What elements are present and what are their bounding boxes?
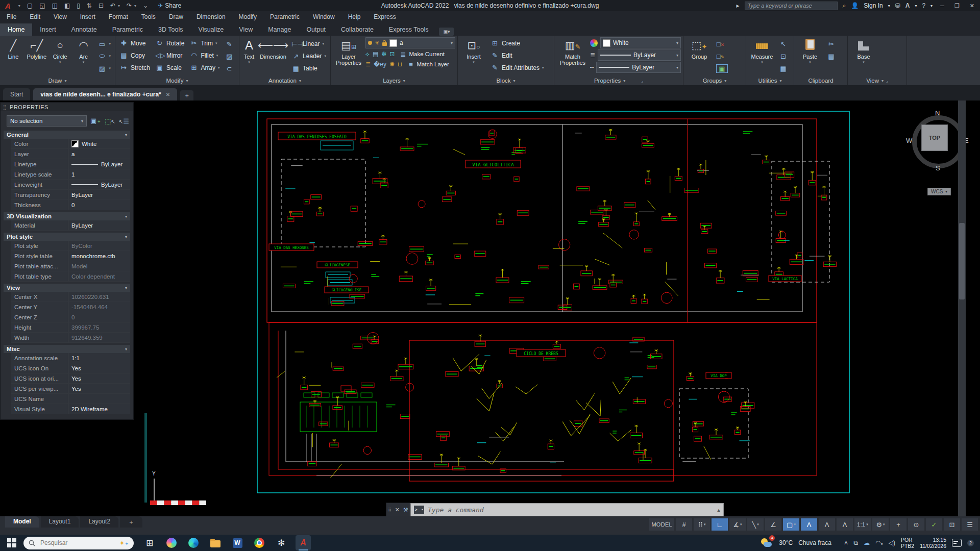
property-row[interactable]: UCS icon OnYes bbox=[11, 363, 130, 373]
menu-format[interactable]: Format bbox=[102, 12, 135, 22]
property-row[interactable]: Plot table attac...Model bbox=[11, 261, 130, 271]
command-close-icon[interactable]: ✕ bbox=[395, 507, 400, 513]
command-prompt-icon[interactable]: >_▾ bbox=[414, 506, 424, 514]
menu-express[interactable]: Express bbox=[367, 12, 402, 22]
property-row[interactable]: MaterialByLayer bbox=[11, 220, 130, 231]
logo-dropdown-icon[interactable]: ▾ bbox=[13, 4, 20, 8]
clean-screen-icon[interactable]: ⊡ bbox=[944, 518, 960, 531]
draw-panel-label[interactable]: Draw▾ bbox=[0, 76, 115, 85]
undo-icon[interactable]: ↶ bbox=[110, 2, 115, 9]
linear-dimension-button[interactable]: ⊢⊣Linear▾ bbox=[289, 38, 328, 49]
toggle-pickadd-icon[interactable]: ▣＋ bbox=[90, 117, 101, 125]
onedrive-icon[interactable]: ☁ bbox=[864, 539, 870, 546]
collapse-icon[interactable]: ▾ bbox=[125, 347, 127, 352]
scrollbar-thumb[interactable] bbox=[959, 223, 965, 299]
ribbon-tab-express-tools[interactable]: Express Tools bbox=[381, 23, 436, 36]
property-value[interactable]: ByColor bbox=[68, 243, 130, 249]
customize-qat-icon[interactable]: ⌄ bbox=[143, 2, 148, 9]
hidden-icons-chevron[interactable]: ˄ bbox=[844, 539, 848, 547]
utilities-panel-label[interactable]: Utilities▾ bbox=[746, 76, 794, 85]
new-layout-button[interactable]: ＋ bbox=[120, 516, 142, 528]
object-snap-icon[interactable]: ▢▾ bbox=[783, 518, 799, 531]
menu-dimension[interactable]: Dimension bbox=[190, 12, 232, 22]
menu-edit[interactable]: Edit bbox=[23, 12, 47, 22]
layer-freeze-icon[interactable]: ▤ bbox=[373, 51, 378, 58]
property-value[interactable]: Model bbox=[68, 263, 130, 269]
property-row[interactable]: LineweightByLayer bbox=[11, 180, 130, 190]
signin-dropdown-icon[interactable]: ▾ bbox=[888, 4, 890, 8]
ellipse-tool-icon[interactable]: ⬭▾ bbox=[96, 51, 113, 62]
ribbon-tab-annotate[interactable]: Annotate bbox=[64, 23, 105, 36]
menu-window[interactable]: Window bbox=[306, 12, 341, 22]
task-view-icon[interactable]: ⊞ bbox=[142, 535, 157, 550]
edit-attributes-button[interactable]: ✎Edit Attributes▾ bbox=[488, 62, 546, 73]
section-header[interactable]: Misc▾ bbox=[4, 345, 130, 353]
language-indicator[interactable]: PORPTB2 bbox=[901, 537, 914, 549]
property-row[interactable]: Visual Style2D Wireframe bbox=[11, 404, 130, 414]
fillet-button[interactable]: ◠Fillet▾ bbox=[187, 49, 222, 61]
command-history-icon[interactable]: ▲ bbox=[717, 507, 720, 513]
layer-unlock-icon[interactable]: ⊔ bbox=[398, 61, 402, 68]
compass-west[interactable]: W bbox=[906, 137, 912, 144]
menu-insert[interactable]: Insert bbox=[74, 12, 102, 22]
arc-button[interactable]: ◠Arc▾ bbox=[72, 37, 95, 76]
quick-calculator-icon[interactable]: ▦ bbox=[777, 63, 790, 74]
property-row[interactable]: Center Z0 bbox=[11, 312, 130, 322]
menu-modify[interactable]: Modify bbox=[232, 12, 263, 22]
property-row[interactable]: UCS icon at ori...Yes bbox=[11, 373, 130, 384]
drawing-canvas[interactable]: Y✕VIA DAS PENTOSES-FOSFATOVIA GLICOLITIC… bbox=[0, 101, 980, 516]
notification-center-icon[interactable] bbox=[952, 539, 962, 547]
select-all-icon[interactable]: ⊡ bbox=[777, 51, 790, 62]
ribbon-tab-overflow-icon[interactable]: ▣▾ bbox=[439, 28, 454, 36]
selection-type-combo[interactable]: No selection▾ bbox=[7, 115, 87, 127]
store-cart-icon[interactable]: ⛁ bbox=[895, 2, 900, 9]
close-tab-icon[interactable]: ✕ bbox=[166, 92, 170, 97]
group-selection-icon[interactable]: ▣ bbox=[714, 63, 730, 74]
isolate-objects-icon[interactable]: ⊙ bbox=[908, 518, 924, 531]
linetype-combo[interactable]: ByLayer▾ bbox=[596, 62, 681, 73]
layer-thaw-all-icon[interactable]: ✺ bbox=[389, 61, 395, 68]
ribbon-tab-parametric[interactable]: Parametric bbox=[105, 23, 151, 36]
group-button[interactable]: ⬚✦Group bbox=[685, 37, 713, 76]
annotation-visibility-icon[interactable]: Λ bbox=[801, 518, 817, 531]
property-value[interactable]: 1:1 bbox=[68, 355, 130, 361]
new-drawing-tab-button[interactable]: ＋ bbox=[180, 90, 193, 101]
erase-icon[interactable]: ✎ bbox=[223, 38, 236, 49]
property-value[interactable]: ByLayer bbox=[68, 222, 130, 229]
ribbon-tab-3d-tools[interactable]: 3D Tools bbox=[151, 23, 190, 36]
match-properties-button[interactable]: ▥✎Match Properties bbox=[556, 37, 589, 76]
create-block-button[interactable]: ⊞Create bbox=[488, 37, 546, 49]
weather-icon[interactable]: 4 bbox=[761, 537, 773, 548]
search-expand-icon[interactable]: ▸ bbox=[737, 2, 740, 9]
circle-button[interactable]: ○Circle▾ bbox=[49, 37, 71, 76]
compass-south[interactable]: S bbox=[936, 164, 940, 172]
edge-icon[interactable] bbox=[186, 535, 201, 550]
chatgpt-icon[interactable]: ✻ bbox=[274, 535, 289, 550]
customization-menu-icon[interactable]: ☰ bbox=[962, 518, 978, 531]
array-button[interactable]: ⊞Array▾ bbox=[187, 62, 222, 73]
property-row[interactable]: Center X10260220.631 bbox=[11, 292, 130, 302]
copilot-icon[interactable] bbox=[164, 535, 179, 550]
ribbon-tab-manage[interactable]: Manage bbox=[260, 23, 299, 36]
crosshair-icon[interactable]: + bbox=[890, 518, 906, 531]
save-to-web-icon[interactable]: ⇅ bbox=[87, 2, 92, 9]
menu-view[interactable]: View bbox=[47, 12, 74, 22]
move-button[interactable]: ✚Move bbox=[117, 37, 152, 49]
command-input[interactable]: >_▾ Type a command ▲ bbox=[410, 503, 724, 516]
compass-north[interactable]: N bbox=[935, 109, 940, 117]
annotation-panel-label[interactable]: Annotation▾ bbox=[239, 76, 330, 85]
autodesk-dropdown-icon[interactable]: ▾ bbox=[915, 4, 917, 8]
property-row[interactable]: Layera bbox=[11, 149, 130, 159]
layout-tab-layout1[interactable]: Layout1 bbox=[41, 516, 79, 528]
open-file-icon[interactable]: ◱ bbox=[39, 2, 45, 9]
groups-panel-label[interactable]: Groups▾ bbox=[683, 76, 746, 85]
layer-unisolate-icon[interactable]: ≣ bbox=[365, 61, 371, 68]
annotation-autoscale-icon[interactable]: Λ bbox=[819, 518, 835, 531]
restore-button[interactable]: ❐ bbox=[952, 3, 962, 9]
palette-grip-icon[interactable]: ⣿ bbox=[3, 105, 7, 110]
base-button[interactable]: Base▾ bbox=[850, 37, 877, 76]
collapse-icon[interactable]: ▾ bbox=[125, 235, 127, 239]
save-as-icon[interactable]: ◧ bbox=[64, 2, 70, 9]
property-row[interactable]: Thickness0 bbox=[11, 200, 130, 210]
command-tools-icon[interactable]: ⚒ bbox=[403, 507, 408, 513]
